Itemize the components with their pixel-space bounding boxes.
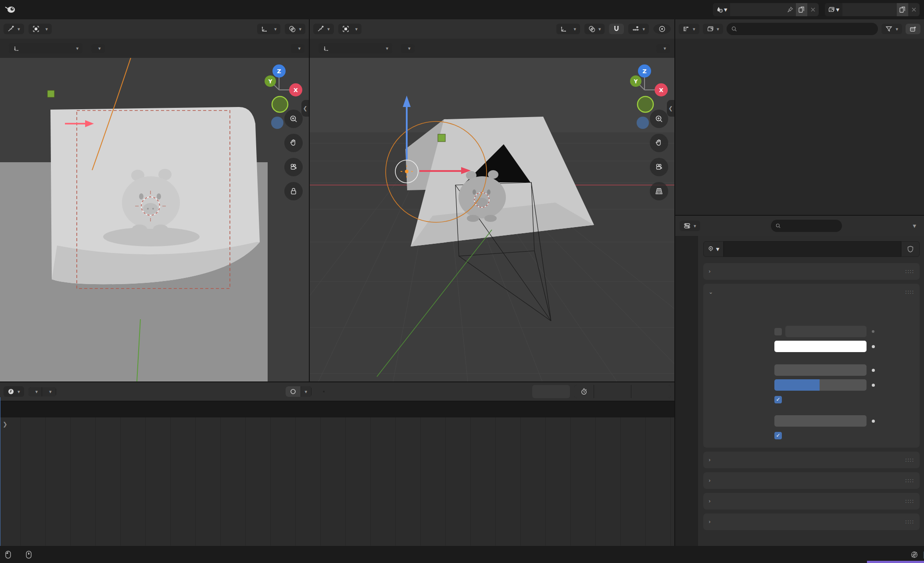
outliner-search-input[interactable] — [741, 25, 874, 33]
proportional-editing-toggle[interactable] — [653, 24, 671, 34]
drag-dropdown[interactable]: ▾ — [401, 44, 415, 53]
current-frame-field[interactable] — [532, 385, 570, 398]
frame-end-field[interactable] — [631, 385, 671, 398]
menu-render[interactable] — [47, 7, 57, 12]
light-data-icon[interactable]: ▾ — [703, 241, 723, 257]
direction-dropdown[interactable]: ▾ — [9, 43, 82, 53]
mode-selector[interactable]: ▾ — [338, 24, 362, 34]
sidebar-collapse-handle[interactable]: ❮ — [667, 100, 674, 117]
pin-icon[interactable] — [784, 3, 796, 16]
light-datablock-name[interactable] — [723, 241, 901, 257]
normalize-checkbox[interactable]: ✓ — [774, 396, 782, 403]
direction-dropdown[interactable]: ▾ — [319, 43, 392, 53]
menu-view[interactable] — [61, 390, 68, 393]
transform-orientation[interactable]: ▾ — [556, 24, 580, 34]
panel-custom-properties[interactable]: ›∷∷ — [703, 513, 920, 530]
keying-menu[interactable]: ▾ — [42, 387, 56, 396]
radius-field[interactable] — [774, 415, 867, 427]
auto-keying-toggle[interactable] — [286, 386, 301, 397]
timeline-menus — [61, 390, 78, 393]
blender-logo-icon[interactable] — [0, 5, 20, 14]
menu-help[interactable] — [73, 7, 83, 12]
menu-view[interactable] — [56, 27, 64, 31]
menu-object[interactable] — [85, 27, 93, 31]
sidebar-collapse-handle[interactable]: ❮ — [301, 100, 309, 117]
snap-settings[interactable]: ▾ — [628, 24, 649, 34]
soft-falloff-checkbox[interactable]: ✓ — [774, 432, 782, 439]
zoom-button[interactable] — [284, 110, 303, 128]
panel-settings[interactable]: ›∷∷ — [703, 452, 920, 468]
auto-keying-options[interactable]: ▾ — [301, 386, 312, 397]
outliner-search[interactable] — [727, 23, 878, 35]
playback-menu[interactable]: ▾ — [29, 387, 43, 396]
menu-add[interactable] — [385, 27, 393, 31]
editor-type-button[interactable]: ▾ — [679, 24, 699, 34]
editor-type-button[interactable]: ▾ — [313, 24, 334, 34]
scene-icon[interactable]: ▾ — [713, 3, 731, 16]
menu-window[interactable] — [60, 7, 70, 12]
zoom-button[interactable] — [650, 110, 668, 128]
light-color-swatch[interactable] — [774, 341, 867, 352]
properties-search[interactable] — [771, 220, 842, 232]
options-dropdown[interactable]: ▾ — [291, 44, 304, 53]
timeline-ruler[interactable] — [0, 401, 674, 418]
panel-animation[interactable]: ›∷∷ — [703, 493, 920, 510]
options-dropdown[interactable]: ▾ — [656, 44, 670, 53]
temperature-field[interactable] — [785, 326, 867, 337]
temperature-checkbox[interactable] — [774, 328, 782, 335]
new-scene-icon[interactable] — [796, 3, 807, 16]
outliner-header: ▾ ▾ ▾ — [675, 19, 924, 39]
menu-marker[interactable] — [70, 390, 78, 393]
use-preview-range-toggle[interactable] — [574, 385, 594, 398]
remove-viewlayer-icon[interactable] — [908, 3, 920, 16]
viewport-camera-toolsettings: ▾ ▾ ▾ — [0, 39, 309, 58]
viewport-user[interactable]: ▾ ▾ ▾ ▾ ▾ ▾ ▾ ▾ — [310, 19, 674, 381]
power-field[interactable] — [774, 364, 867, 376]
pivot-point[interactable]: ▾ — [584, 24, 605, 34]
timeline-channel-expander[interactable]: ❯ — [3, 421, 7, 428]
mode-selector[interactable]: ▾ — [29, 24, 52, 34]
light-datablock-row: ▾ — [703, 241, 920, 257]
pivot-point[interactable]: ▾ — [285, 24, 305, 34]
scene-selector[interactable]: ▾ — [713, 3, 819, 16]
menu-select[interactable] — [376, 27, 383, 31]
viewlayer-icon[interactable]: ▾ — [825, 3, 842, 16]
timeline-track-area[interactable] — [0, 417, 674, 546]
menu-view[interactable] — [366, 27, 374, 31]
viewport-camera[interactable]: ▾ ▾ ▾ ▾ ▾ ▾ ▾ — [0, 19, 309, 381]
chevron-down-icon[interactable]: ▾ — [913, 222, 920, 230]
frame-start-field[interactable] — [594, 385, 631, 398]
new-collection-button[interactable] — [906, 24, 920, 34]
menu-file[interactable] — [20, 7, 31, 12]
menu-add[interactable] — [75, 27, 83, 31]
lock-button[interactable] — [284, 182, 303, 200]
camera-view-button[interactable] — [284, 158, 303, 176]
filter-button[interactable]: ▾ — [881, 24, 902, 34]
properties-search-input[interactable] — [784, 222, 837, 230]
exposure-slider[interactable] — [774, 379, 867, 391]
pan-button[interactable] — [284, 134, 303, 152]
menu-object[interactable] — [395, 27, 403, 31]
fake-user-shield-icon[interactable] — [901, 241, 920, 257]
panel-light-header[interactable]: ⌄∷∷ — [703, 284, 920, 300]
menu-select[interactable] — [66, 27, 74, 31]
new-viewlayer-icon[interactable] — [897, 3, 908, 16]
unlink-scene-icon[interactable] — [807, 3, 819, 16]
orthographic-grid-button[interactable] — [650, 182, 668, 200]
display-mode-button[interactable]: ▾ — [703, 24, 723, 34]
snap-toggle[interactable] — [609, 24, 624, 34]
panel-preview[interactable]: ›∷∷ — [703, 263, 920, 280]
viewport-camera-body[interactable]: Z Y X ❮ — [0, 58, 309, 381]
viewport-user-body[interactable]: Z Y X ❮ — [310, 58, 674, 381]
menu-edit[interactable] — [33, 7, 44, 12]
camera-view-button[interactable] — [650, 158, 668, 176]
drag-dropdown[interactable]: ▾ — [91, 44, 105, 53]
transform-orientation[interactable]: ▾ — [257, 24, 281, 34]
viewlayer-selector[interactable]: ▾ — [825, 3, 920, 16]
playhead[interactable] — [0, 397, 0, 546]
editor-type-button[interactable]: ▾ — [4, 386, 24, 397]
panel-nodes[interactable]: ›∷∷ — [703, 472, 920, 489]
pan-button[interactable] — [650, 134, 668, 152]
editor-type-button[interactable]: ▾ — [4, 24, 24, 34]
editor-type-button[interactable]: ▾ — [680, 221, 700, 231]
